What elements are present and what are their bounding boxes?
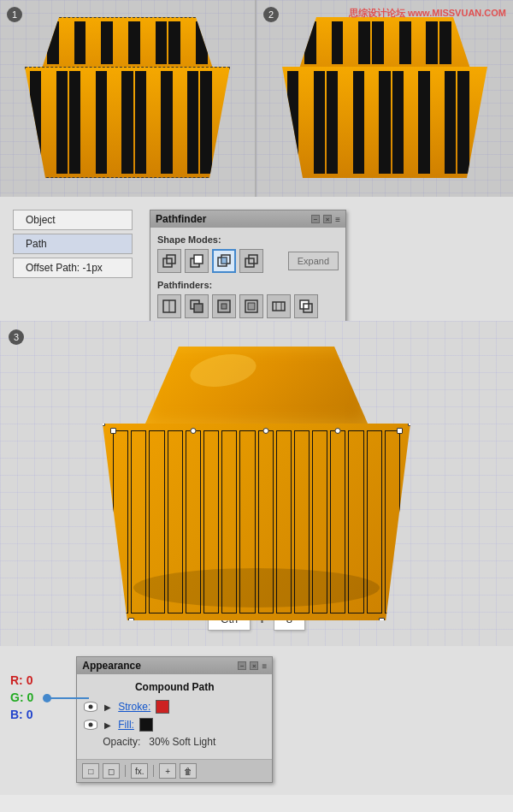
appearance-controls: − × ≡ [238, 661, 267, 671]
anchor-point [397, 428, 403, 434]
svg-rect-20 [300, 300, 309, 309]
stroke-visibility-icon[interactable] [84, 702, 97, 712]
anchor-point [397, 610, 403, 616]
anchor-point [262, 428, 268, 434]
stripe [353, 71, 364, 174]
compound-path-label: Compound Path [84, 681, 265, 693]
section3: 3 [0, 321, 513, 646]
orange-top-1 [42, 17, 213, 68]
stripe [300, 71, 311, 174]
section-number-1: 1 [7, 7, 22, 22]
trim-button[interactable] [185, 294, 209, 318]
divide-button[interactable] [157, 294, 181, 318]
minus-front-icon [189, 253, 204, 269]
close-button[interactable]: × [323, 215, 332, 223]
stripe [314, 71, 325, 174]
merge-icon [216, 299, 232, 314]
orange-shape-2 [282, 17, 487, 180]
minus-back-icon [298, 299, 314, 314]
appearance-content: Compound Path ▶ Stroke: ▶ Fill: Opacity:… [77, 674, 272, 759]
anchor-point [335, 428, 341, 434]
divide-icon [162, 299, 177, 314]
anchor-mid-l [99, 519, 105, 525]
panel-menu-icon[interactable]: ≡ [335, 215, 340, 224]
intersect-button[interactable] [212, 249, 236, 273]
crop-button[interactable] [239, 294, 263, 318]
stripe [372, 21, 384, 64]
minimize-button[interactable]: − [311, 215, 320, 223]
stroke-color-swatch[interactable] [156, 700, 169, 714]
svg-rect-0 [163, 258, 172, 267]
opacity-row: Opacity: 30% Soft Light [84, 736, 265, 748]
opacity-value[interactable]: 30% Soft Light [149, 736, 215, 748]
fill-row: ▶ Fill: [84, 718, 265, 732]
offset-path-item: Offset Path: -1px [13, 258, 133, 278]
stripe [287, 71, 298, 174]
outline-icon [271, 299, 286, 314]
new-effect-button[interactable]: + [159, 763, 176, 779]
unite-button[interactable] [157, 249, 181, 273]
appearance-panel: Appearance − × ≡ Compound Path ▶ Stroke:… [76, 656, 273, 783]
minus-back-button[interactable] [294, 294, 318, 318]
rgb-display: R: 0 G: 0 B: 0 [10, 673, 33, 721]
stripe [453, 21, 465, 64]
b-value: B: 0 [10, 708, 33, 721]
anchor-point [110, 610, 116, 616]
exclude-button[interactable] [239, 249, 263, 273]
shape-modes-row: Expand [157, 249, 339, 273]
stripe [379, 71, 390, 174]
highlight-reflection [187, 350, 258, 392]
svg-rect-12 [194, 304, 203, 312]
selection-dashed-2 [25, 67, 230, 178]
object-menu-item[interactable]: Object [13, 210, 133, 230]
appearance-title: Appearance [82, 660, 141, 672]
svg-rect-8 [249, 255, 257, 264]
minus-front-button[interactable] [185, 249, 209, 273]
outline-button[interactable] [267, 294, 291, 318]
path-menu-item[interactable]: Path [13, 234, 133, 254]
barcode-column [113, 430, 128, 613]
expand-button[interactable]: Expand [288, 252, 339, 270]
stripe [445, 71, 456, 174]
clear-button[interactable]: ◻ [103, 763, 120, 779]
stroke-expand-arrow[interactable]: ▶ [104, 702, 111, 712]
watermark: 思综设计论坛 www.MISSVUAN.COM [349, 7, 506, 20]
trim-icon [189, 299, 204, 314]
fill-visibility-icon[interactable] [84, 720, 97, 730]
stroke-label[interactable]: Stroke: [118, 701, 150, 713]
stripe [339, 71, 351, 174]
menu-panel: Object Path Offset Path: -1px [13, 210, 133, 278]
pathfinder-content: Shape Modes: [150, 228, 345, 325]
connector-dot [43, 694, 51, 702]
appearance-minimize[interactable]: − [238, 661, 246, 670]
fill-expand-arrow[interactable]: ▶ [104, 720, 111, 730]
anchor-corner-tl [99, 420, 105, 426]
stripe [413, 21, 425, 64]
stripe [392, 71, 404, 174]
stripe [457, 71, 469, 174]
large-orange-bottom [103, 424, 410, 620]
fill-label[interactable]: Fill: [118, 719, 134, 731]
merge-button[interactable] [212, 294, 236, 318]
delete-effect-button[interactable]: 🗑 [180, 763, 197, 779]
pathfinders-row [157, 294, 339, 318]
section-number-3: 3 [9, 329, 24, 345]
fill-color-swatch[interactable] [139, 718, 153, 732]
pathfinder-titlebar: Pathfinder − × ≡ [150, 210, 345, 228]
appearance-menu-icon[interactable]: ≡ [262, 661, 267, 671]
anchor-point [190, 428, 196, 434]
new-art-button[interactable]: □ [82, 763, 99, 779]
stripe [399, 21, 411, 64]
fx-button[interactable]: fx. [131, 763, 148, 779]
appearance-close[interactable]: × [250, 661, 258, 670]
orange-top-2 [299, 17, 470, 68]
svg-rect-14 [221, 304, 227, 309]
stripe [345, 21, 357, 64]
stripe [471, 71, 482, 174]
stripe [358, 21, 370, 64]
barcode-stripes-bottom-2 [282, 67, 487, 178]
r-value: R: 0 [10, 673, 33, 687]
connector-area [46, 697, 89, 699]
orange-shape-1 [25, 17, 230, 180]
shape-modes-label: Shape Modes: [157, 234, 339, 245]
